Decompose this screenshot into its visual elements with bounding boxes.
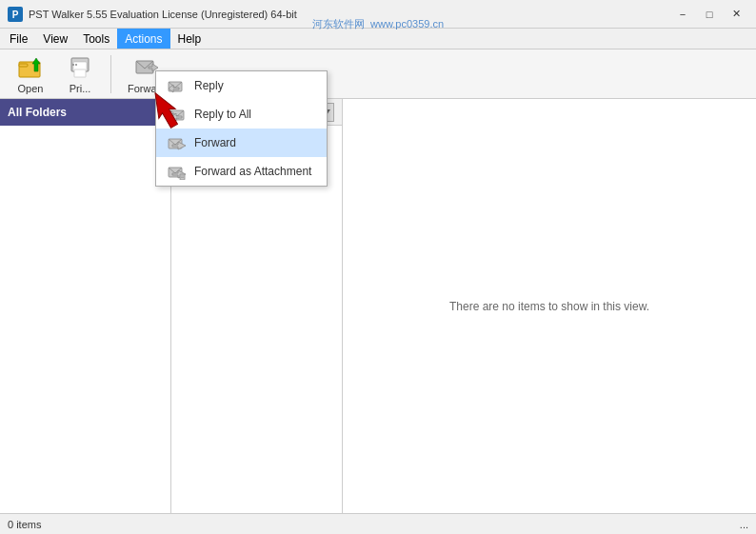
dropdown-forward-attachment[interactable]: Forward as Attachment xyxy=(156,157,327,186)
dropdown-menu: Reply Reply to All Forward xyxy=(155,70,328,187)
open-icon xyxy=(17,54,44,81)
svg-point-9 xyxy=(75,64,77,66)
svg-rect-7 xyxy=(74,69,86,77)
dropdown-forward[interactable]: Forward xyxy=(156,129,327,157)
open-label: Open xyxy=(18,83,44,94)
main-area: All Folders There a xyxy=(0,99,756,513)
forward-menu-icon xyxy=(168,133,187,152)
toolbar: Open Pri... Forward xyxy=(0,49,756,99)
sidebar: All Folders xyxy=(0,99,171,513)
print-icon xyxy=(67,54,93,81)
window-controls: − □ ✕ xyxy=(670,5,748,24)
menu-file[interactable]: File xyxy=(2,29,35,49)
empty-message: There are no items to show in this view. xyxy=(449,300,649,313)
svg-rect-24 xyxy=(180,174,185,180)
svg-rect-3 xyxy=(19,64,28,67)
content-area: There are no items to show in this view. xyxy=(343,99,756,513)
toolbar-separator xyxy=(110,55,111,93)
svg-text:P: P xyxy=(12,10,19,20)
menu-help[interactable]: Help xyxy=(170,29,209,49)
minimize-button[interactable]: − xyxy=(670,5,695,24)
dropdown-reply[interactable]: Reply xyxy=(156,71,327,100)
menu-bar: File View Tools Actions Help xyxy=(0,29,756,49)
open-button[interactable]: Open xyxy=(8,49,53,99)
reply-label: Reply xyxy=(194,79,224,92)
svg-point-8 xyxy=(72,64,74,66)
status-dots: ... xyxy=(740,519,748,530)
window-title: PST Walker 5.55 Evaluation License (Unre… xyxy=(29,9,297,20)
item-count: 0 items xyxy=(8,519,41,530)
forward-label: Forward xyxy=(194,136,236,149)
forward-attachment-icon xyxy=(168,162,187,181)
menu-actions[interactable]: Actions xyxy=(117,29,169,49)
menu-tools[interactable]: Tools xyxy=(75,29,117,49)
menu-view[interactable]: View xyxy=(35,29,75,49)
app-icon: P xyxy=(8,7,23,22)
sidebar-header: All Folders xyxy=(0,99,170,126)
maximize-button[interactable]: □ xyxy=(697,5,722,24)
reply-all-icon xyxy=(168,105,187,124)
status-bar: 0 items ... xyxy=(0,513,756,534)
watermark: 河东软件网 www.pc0359.cn xyxy=(312,17,444,31)
reply-icon xyxy=(168,76,187,95)
print-button[interactable]: Pri... xyxy=(57,49,103,99)
dropdown-reply-all[interactable]: Reply to All xyxy=(156,100,327,129)
forward-attachment-label: Forward as Attachment xyxy=(194,165,311,178)
reply-all-label: Reply to All xyxy=(194,108,251,121)
print-label: Pri... xyxy=(70,83,91,94)
close-button[interactable]: ✕ xyxy=(724,5,748,24)
